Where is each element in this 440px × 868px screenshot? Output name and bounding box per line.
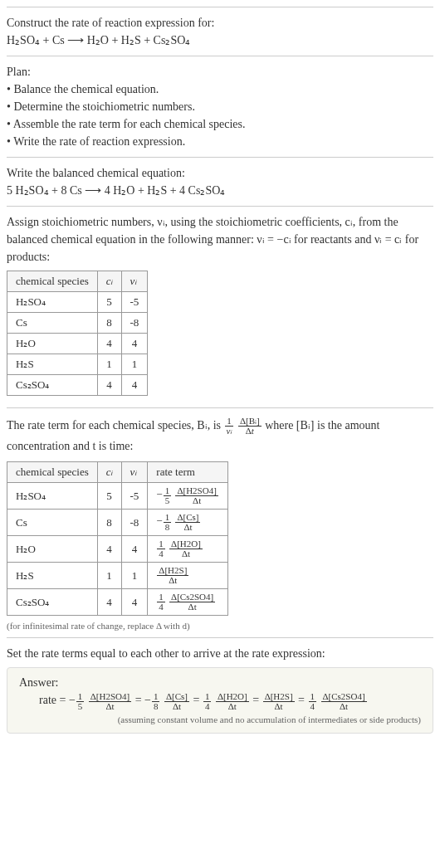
header-title: Construct the rate of reaction expressio… — [7, 14, 433, 32]
answer-term: = 14 Δ[H2O]Δt — [193, 694, 250, 706]
cell-species: Cs — [7, 313, 98, 334]
col-vi: νᵢ — [121, 462, 148, 483]
plan-item-text: Write the rate of reaction expression. — [13, 135, 185, 148]
col-vi: νᵢ — [121, 271, 148, 292]
rt-coef: 18 — [164, 513, 172, 532]
rt-coef: 14 — [157, 539, 165, 558]
plan-title: Plan: — [7, 63, 433, 80]
cell-species: H₂S — [7, 563, 98, 589]
plan-item-text: Balance the chemical equation. — [13, 83, 159, 95]
cell-species: Cs — [7, 510, 98, 536]
balanced-title: Write the balanced chemical equation: — [7, 164, 433, 182]
rateterm-intro-a: The rate term for each chemical species,… — [7, 419, 224, 432]
rt-coef: 15 — [164, 486, 172, 505]
assign-section: Assign stoichiometric numbers, νᵢ, using… — [7, 206, 433, 407]
cell-ci: 8 — [97, 313, 121, 334]
answer-note: (assuming constant volume and no accumul… — [19, 714, 421, 724]
cell-ci: 4 — [97, 375, 121, 396]
col-ci: cᵢ — [97, 462, 121, 483]
cell-species: Cs₂SO₄ — [7, 375, 98, 396]
cell-vi: 4 — [121, 536, 148, 563]
answer-lead: rate = — [39, 694, 69, 706]
rateterm-section: The rate term for each chemical species,… — [7, 407, 433, 637]
answer-term: = 14 Δ[Cs2SO4]Δt — [298, 694, 368, 706]
cell-ci: 8 — [97, 510, 121, 536]
cell-ci: 1 — [97, 354, 121, 375]
setequal-section: Set the rate terms equal to each other t… — [7, 637, 433, 739]
plan-item-0: • Balance the chemical equation. — [7, 80, 433, 98]
plan-section: Plan: • Balance the chemical equation. •… — [7, 56, 433, 157]
answer-term: = Δ[H2S]Δt — [252, 694, 295, 706]
table-row: H₂S11 — [7, 354, 148, 375]
plan-item-1: • Determine the stoichiometric numbers. — [7, 98, 433, 115]
balanced-section: Write the balanced chemical equation: 5 … — [7, 157, 433, 206]
cell-ci: 4 — [97, 536, 121, 563]
plan-item-2: • Assemble the rate term for each chemic… — [7, 115, 433, 133]
cell-species: H₂S — [7, 354, 98, 375]
table-row: H₂O 4 4 14 Δ[H2O]Δt — [7, 536, 228, 563]
cell-vi: -8 — [121, 510, 148, 536]
rateterm-intro: The rate term for each chemical species,… — [7, 415, 433, 456]
cell-species: H₂O — [7, 334, 98, 354]
stoich-table: chemical species cᵢ νᵢ H₂SO₄5-5 Cs8-8 H₂… — [7, 271, 148, 396]
cell-ci: 5 — [97, 483, 121, 510]
table-row: H₂O44 — [7, 334, 148, 354]
rateterm-footnote: (for infinitesimal rate of change, repla… — [7, 621, 433, 631]
table-row: H₂SO₄ 5 -5 −15 Δ[H2SO4]Δt — [7, 483, 228, 510]
rt-sign: − — [156, 515, 162, 528]
cell-vi: -5 — [121, 483, 148, 510]
plan-item-3: • Write the rate of reaction expression. — [7, 133, 433, 150]
cell-species: H₂O — [7, 536, 98, 563]
rt-delta: Δ[H2S]Δt — [157, 566, 188, 585]
rt-delta: Δ[Cs2SO4]Δt — [169, 592, 215, 612]
answer-term: −15 Δ[H2SO4]Δt — [69, 694, 132, 706]
plan-item-text: Assemble the rate term for each chemical… — [13, 118, 246, 130]
cell-species: H₂SO₄ — [7, 292, 98, 313]
rateterm-table: chemical species cᵢ νᵢ rate term H₂SO₄ 5… — [7, 461, 228, 616]
answer-term: = −18 Δ[Cs]Δt — [135, 694, 190, 706]
col-ci: cᵢ — [97, 271, 121, 292]
col-species: chemical species — [7, 462, 98, 483]
table-row: H₂S 1 1 Δ[H2S]Δt — [7, 563, 228, 589]
cell-species: Cs₂SO₄ — [7, 589, 98, 616]
table-row: Cs₂SO₄44 — [7, 375, 148, 396]
table-header-row: chemical species cᵢ νᵢ rate term — [7, 462, 228, 483]
cell-vi: 4 — [121, 375, 148, 396]
rt-delta: Δ[Cs]Δt — [175, 513, 200, 532]
cell-rateterm: −15 Δ[H2SO4]Δt — [148, 483, 228, 510]
table-header-row: chemical species cᵢ νᵢ — [7, 271, 148, 292]
answer-box: Answer: rate = −15 Δ[H2SO4]Δt = −18 Δ[Cs… — [7, 667, 433, 733]
cell-vi: -5 — [121, 292, 148, 313]
cell-rateterm: 14 Δ[Cs2SO4]Δt — [148, 589, 228, 616]
balanced-equation: 5 H₂SO₄ + 8 Cs ⟶ 4 H₂O + H₂S + 4 Cs₂SO₄ — [7, 182, 433, 199]
cell-vi: -8 — [121, 313, 148, 334]
answer-label: Answer: — [19, 676, 421, 690]
table-row: Cs₂SO₄ 4 4 14 Δ[Cs2SO4]Δt — [7, 589, 228, 616]
cell-ci: 1 — [97, 563, 121, 589]
setequal-title: Set the rate terms equal to each other t… — [7, 645, 433, 662]
table-row: H₂SO₄5-5 — [7, 292, 148, 313]
rt-coef: 14 — [157, 592, 165, 612]
cell-rateterm: Δ[H2S]Δt — [148, 563, 228, 589]
answer-expression: rate = −15 Δ[H2SO4]Δt = −18 Δ[Cs]Δt = 14… — [19, 690, 421, 710]
cell-rateterm: −18 Δ[Cs]Δt — [148, 510, 228, 536]
col-species: chemical species — [7, 271, 98, 292]
cell-vi: 1 — [121, 563, 148, 589]
frac-coef: 1νᵢ — [225, 417, 234, 436]
plan-item-text: Determine the stoichiometric numbers. — [13, 100, 195, 113]
cell-species: H₂SO₄ — [7, 483, 98, 510]
table-row: Cs 8 -8 −18 Δ[Cs]Δt — [7, 510, 228, 536]
col-rateterm: rate term — [148, 462, 228, 483]
cell-ci: 5 — [97, 292, 121, 313]
cell-vi: 1 — [121, 354, 148, 375]
cell-vi: 4 — [121, 589, 148, 616]
cell-rateterm: 14 Δ[H2O]Δt — [148, 536, 228, 563]
assign-text: Assign stoichiometric numbers, νᵢ, using… — [7, 213, 433, 266]
rt-delta: Δ[H2SO4]Δt — [175, 486, 218, 505]
frac-delta: Δ[Bᵢ]Δt — [238, 417, 262, 436]
rt-delta: Δ[H2O]Δt — [169, 539, 203, 558]
cell-ci: 4 — [97, 334, 121, 354]
cell-ci: 4 — [97, 589, 121, 616]
header-section: Construct the rate of reaction expressio… — [7, 7, 433, 56]
table-row: Cs8-8 — [7, 313, 148, 334]
